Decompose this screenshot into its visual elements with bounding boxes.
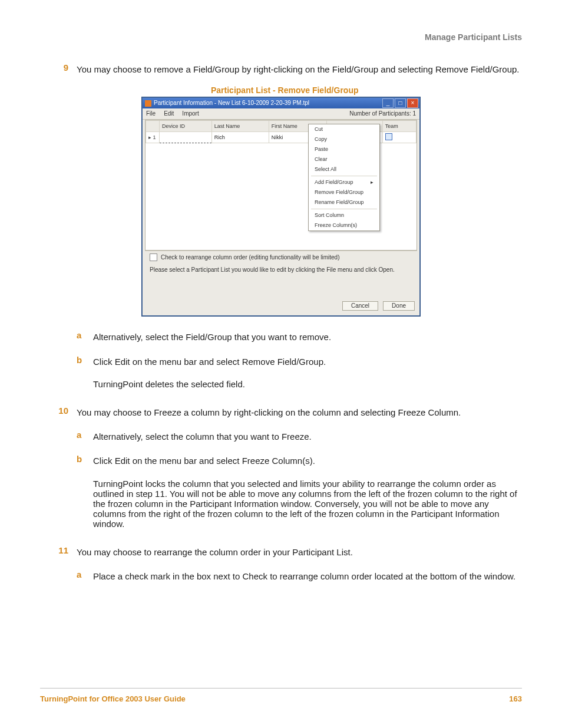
step-9b-text: Click Edit on the menu bar and select Re… — [93, 355, 522, 368]
section-header: Manage Participant Lists — [40, 32, 522, 42]
participant-info-window: Participant Information - New List 6-10-… — [142, 97, 420, 316]
ctx-rename-field[interactable]: Rename Field/Group — [309, 197, 379, 207]
col-team[interactable]: Team — [382, 121, 416, 132]
rearrange-checkbox[interactable] — [150, 253, 157, 261]
menu-import[interactable]: Import — [182, 111, 199, 117]
window-titlebar: Participant Information - New List 6-10-… — [143, 98, 419, 108]
ctx-separator-1 — [311, 176, 377, 176]
step-9-result: TurningPoint deletes the selected field. — [93, 379, 522, 389]
app-icon — [145, 100, 151, 107]
step-11-text: You may choose to rearrange the column o… — [77, 545, 522, 559]
row-header-blank — [146, 121, 160, 132]
ctx-copy[interactable]: Copy — [309, 134, 379, 144]
maximize-button[interactable]: □ — [395, 98, 406, 108]
footer-page-number: 163 — [509, 694, 522, 703]
rearrange-label: Check to rearrange column order (editing… — [161, 255, 339, 261]
col-last-name[interactable]: Last Name — [211, 121, 269, 132]
ctx-sort-column[interactable]: Sort Column — [309, 210, 379, 220]
menu-bar: File Edit Import Number of Participants:… — [143, 108, 419, 120]
step-11-number: 11 — [40, 545, 77, 555]
cancel-button[interactable]: Cancel — [342, 301, 378, 311]
minimize-button[interactable]: _ — [382, 98, 394, 108]
step-9-number: 9 — [40, 62, 77, 73]
menu-file[interactable]: File — [146, 111, 156, 117]
ctx-paste[interactable]: Paste — [309, 144, 379, 154]
participant-grid[interactable]: Device ID Last Name First Name Student I… — [145, 120, 417, 251]
rearrange-check-row: Check to rearrange column order (editing… — [145, 251, 417, 263]
dialog-button-bar: Cancel Done — [143, 297, 419, 315]
ctx-separator-2 — [311, 209, 377, 209]
submenu-arrow-icon: ▸ — [371, 180, 373, 185]
ctx-cut[interactable]: Cut — [309, 124, 379, 134]
hint-text: Please select a Participant List you wou… — [145, 263, 417, 294]
step-10-text: You may choose to Freeze a column by rig… — [77, 406, 522, 419]
step-11a-text: Place a check mark in the box next to Ch… — [93, 569, 522, 583]
cell-device-id[interactable] — [160, 132, 212, 143]
step-9a-letter: a — [77, 330, 93, 340]
close-button[interactable]: × — [407, 98, 418, 108]
col-device-id[interactable]: Device ID — [160, 121, 212, 132]
page-footer: TurningPoint for Office 2003 User Guide … — [40, 688, 522, 703]
step-10a-text: Alternatively, select the column that yo… — [93, 430, 522, 443]
step-9-text: You may choose to remove a Field/Group b… — [77, 62, 522, 76]
step-10-result: TurningPoint locks the column that you s… — [93, 479, 522, 529]
ctx-select-all[interactable]: Select All — [309, 164, 379, 174]
footer-title: TurningPoint for Office 2003 User Guide — [40, 694, 186, 703]
step-10b-letter: b — [77, 454, 93, 464]
step-10-number: 10 — [40, 406, 77, 416]
step-9a-text: Alternatively, select the Field/Group th… — [93, 330, 522, 344]
participant-count: Number of Participants: 1 — [349, 111, 416, 117]
ctx-freeze-column[interactable]: Freeze Column(s) — [309, 220, 379, 230]
window-title: Participant Information - New List 6-10-… — [154, 100, 381, 106]
context-menu: Cut Copy Paste Clear Select All Add Fiel… — [308, 124, 380, 231]
cell-last-name[interactable]: Rich — [211, 132, 269, 143]
step-9b-letter: b — [77, 355, 93, 365]
step-10a-letter: a — [77, 430, 93, 440]
ctx-remove-field[interactable]: Remove Field/Group — [309, 187, 379, 197]
ctx-add-field[interactable]: Add Field/Group▸ — [309, 177, 379, 187]
cell-team[interactable] — [382, 132, 416, 143]
step-11a-letter: a — [77, 569, 93, 579]
figure-caption: Participant List - Remove Field/Group — [211, 85, 522, 95]
done-button[interactable]: Done — [383, 301, 415, 311]
row-indicator: ▸ 1 — [146, 132, 160, 143]
step-10b-text: Click Edit on the menu bar and select Fr… — [93, 454, 522, 467]
menu-edit[interactable]: Edit — [164, 111, 174, 117]
team-checkbox[interactable] — [385, 133, 392, 140]
ctx-clear[interactable]: Clear — [309, 154, 379, 164]
